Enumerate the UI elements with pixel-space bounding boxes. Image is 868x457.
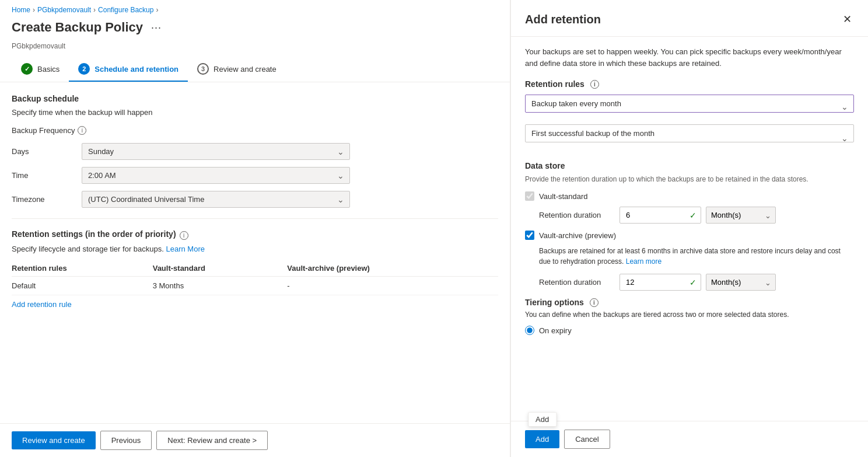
tab-basics-label: Basics	[37, 65, 60, 74]
timezone-field-row: Timezone (UTC) Coordinated Universal Tim…	[12, 191, 498, 208]
breadcrumb-vault[interactable]: PGbkpdemovault	[37, 6, 91, 14]
cancel-button[interactable]: Cancel	[564, 430, 610, 449]
next-button[interactable]: Next: Review and create >	[156, 431, 268, 450]
days-label: Days	[12, 147, 82, 156]
vault-archive-duration-input[interactable]	[620, 274, 701, 291]
review-create-button[interactable]: Review and create	[12, 431, 96, 449]
time-select[interactable]: 2:00 AM	[82, 167, 350, 184]
col-vault-archive: Vault-archive (preview)	[287, 260, 498, 277]
vault-standard-duration-row: Retention duration ✓ Month(s)	[539, 207, 854, 224]
datastore-title: Data store	[525, 161, 854, 170]
tab-schedule[interactable]: 2 Schedule and retention	[69, 57, 188, 82]
vault-archive-label: Vault-archive (preview)	[539, 231, 616, 240]
vault-standard-unit-select[interactable]: Month(s)	[706, 207, 776, 224]
backup-schedule-subtitle: Specify time when the backup will happen	[12, 108, 498, 117]
breadcrumb: Home › PGbkpdemovault › Configure Backup…	[0, 0, 510, 18]
frequency-info-icon: i	[78, 126, 86, 135]
vault-standard-unit-wrap: Month(s)	[706, 207, 776, 224]
datastore-desc: Provide the retention duration up to whi…	[525, 174, 854, 184]
breadcrumb-configure[interactable]: Configure Backup	[98, 6, 153, 14]
retention-table: Retention rules Vault-standard Vault-arc…	[12, 260, 498, 295]
days-field-row: Days Sunday	[12, 143, 498, 160]
days-select-wrapper: Sunday	[82, 143, 350, 160]
breadcrumb-sep2: ›	[93, 6, 96, 14]
timezone-select-wrapper: (UTC) Coordinated Universal Time	[82, 191, 350, 208]
table-row: Default 3 Months -	[12, 277, 498, 295]
row-vault-standard: 3 Months	[153, 277, 288, 295]
bottom-bar: Review and create Previous Next: Review …	[0, 423, 510, 457]
days-select[interactable]: Sunday	[82, 143, 350, 160]
vault-archive-duration-row: Retention duration ✓ Month(s)	[539, 274, 854, 291]
on-expiry-radio-row: On expiry	[525, 326, 854, 335]
vault-standard-checkbox-row: Vault-standard	[525, 191, 854, 201]
tiering-title: Tiering options i	[525, 298, 854, 307]
retention-settings-title: Retention settings (in the order of prio…	[12, 229, 176, 239]
right-panel: Add retention ✕ Your backups are set to …	[510, 0, 868, 457]
breadcrumb-sep1: ›	[33, 6, 35, 14]
retention-rules-info-icon: i	[590, 80, 599, 89]
close-button[interactable]: ✕	[841, 12, 854, 27]
vault-archive-checkbox[interactable]	[525, 231, 534, 240]
breadcrumb-home[interactable]: Home	[12, 6, 30, 14]
vault-standard-duration-input[interactable]	[620, 207, 701, 224]
backup-frequency-label: Backup Frequency	[12, 126, 75, 135]
learn-more-link[interactable]: Learn More	[166, 245, 204, 253]
tab-review-label: Review and create	[214, 65, 276, 74]
tabs: ✓ Basics 2 Schedule and retention 3 Revi…	[0, 57, 510, 82]
page-subtitle: PGbkpdemovault	[0, 42, 510, 57]
timezone-select[interactable]: (UTC) Coordinated Universal Time	[82, 191, 350, 208]
main-content: Backup schedule Specify time when the ba…	[0, 82, 510, 423]
retention-duration-label2: Retention duration	[539, 278, 615, 287]
tiering-info-icon: i	[590, 298, 598, 307]
breadcrumb-sep3: ›	[156, 6, 158, 14]
page-title: Create Backup Policy	[12, 20, 143, 35]
panel-footer: Add Add Cancel	[511, 421, 868, 457]
add-retention-rule-link[interactable]: Add retention rule	[12, 300, 72, 309]
vault-standard-label: Vault-standard	[539, 192, 588, 201]
on-expiry-label: On expiry	[539, 326, 572, 335]
vault-standard-input-wrap: ✓	[620, 207, 701, 224]
ellipsis-button[interactable]: ···	[148, 20, 165, 35]
add-button[interactable]: Add	[525, 430, 559, 448]
tab-review[interactable]: 3 Review and create	[188, 57, 286, 82]
left-panel: Home › PGbkpdemovault › Configure Backup…	[0, 0, 510, 457]
tab-review-circle: 3	[197, 63, 209, 75]
retention-desc: Specify lifecycle and storage tier for b…	[12, 245, 498, 253]
archive-learn-more-link[interactable]: Learn more	[626, 257, 662, 266]
tab-schedule-circle: 2	[78, 63, 90, 75]
add-tooltip-wrapper: Add Add	[525, 430, 559, 448]
retention-dropdown1[interactable]: Backup taken every month	[525, 95, 854, 113]
retention-dropdown2[interactable]: First successful backup of the month	[525, 124, 854, 142]
timezone-label: Timezone	[12, 195, 82, 204]
tab-basics-circle: ✓	[21, 63, 33, 75]
time-field-row: Time 2:00 AM	[12, 167, 498, 184]
vault-archive-checkbox-row: Vault-archive (preview)	[525, 231, 854, 240]
previous-button[interactable]: Previous	[100, 431, 152, 450]
panel-title: Add retention	[525, 13, 601, 26]
col-vault-standard: Vault-standard	[153, 260, 288, 277]
retention-rules-section: Retention rules i	[525, 79, 854, 89]
panel-header: Add retention ✕	[511, 0, 868, 37]
vault-archive-unit-select[interactable]: Month(s)	[706, 274, 776, 291]
retention-dropdown1-wrapper: Backup taken every month	[525, 95, 854, 118]
vault-archive-unit-wrap: Month(s)	[706, 274, 776, 291]
retention-dropdown2-wrapper: First successful backup of the month	[525, 124, 854, 152]
time-label: Time	[12, 171, 82, 180]
tab-basics[interactable]: ✓ Basics	[12, 57, 69, 82]
col-retention-rules: Retention rules	[12, 260, 153, 277]
vault-standard-checkbox[interactable]	[525, 191, 534, 201]
panel-description: Your backups are set to happen weekly. Y…	[525, 46, 854, 69]
time-select-wrapper: 2:00 AM	[82, 167, 350, 184]
tiering-desc: You can define when the backups are tier…	[525, 309, 854, 320]
backup-schedule-title: Backup schedule	[12, 94, 498, 103]
tab-schedule-label: Schedule and retention	[94, 65, 178, 74]
row-vault-archive: -	[287, 277, 498, 295]
on-expiry-radio[interactable]	[525, 326, 534, 335]
retention-info-icon: i	[180, 231, 188, 240]
retention-duration-label1: Retention duration	[539, 211, 615, 219]
vault-archive-note: Backups are retained for at least 6 mont…	[539, 246, 854, 267]
vault-archive-input-wrap: ✓	[620, 274, 701, 291]
page-header: Create Backup Policy ···	[0, 18, 510, 42]
row-rule: Default	[12, 277, 153, 295]
panel-body: Your backups are set to happen weekly. Y…	[511, 37, 868, 421]
